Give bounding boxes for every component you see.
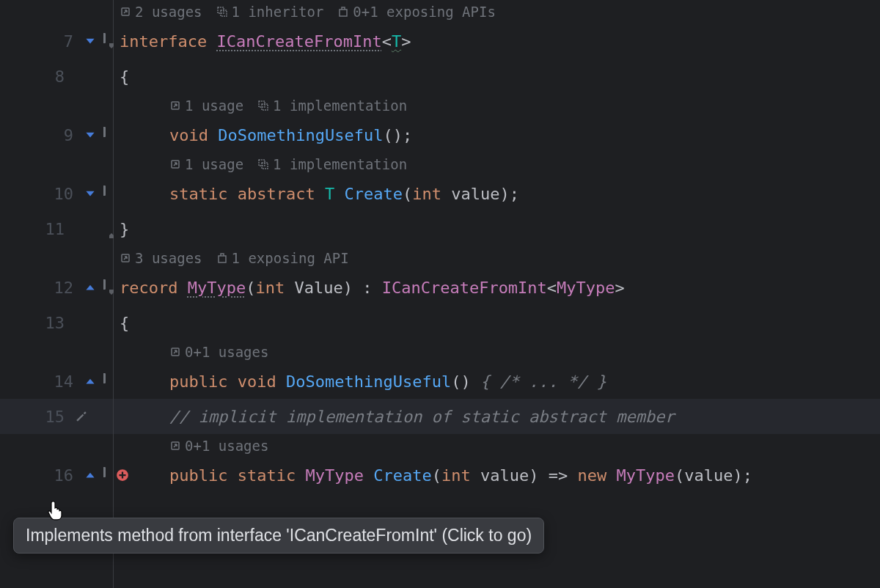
fold-icon[interactable] — [107, 224, 116, 233]
code-line[interactable]: static abstract T Create(int value); — [114, 176, 880, 211]
code-line[interactable]: public static MyType Create(int value) =… — [114, 457, 880, 493]
line-number: 7 — [43, 32, 73, 51]
line-number: 8 — [34, 67, 65, 86]
code-area[interactable]: 2 usages 1 inheritor 0+1 exposing APIs i… — [114, 0, 880, 588]
code-line[interactable]: { — [114, 305, 880, 340]
code-line[interactable]: interface ICanCreateFromInt<T> — [114, 23, 880, 59]
navigation-tooltip[interactable]: Implements method from interface 'ICanCr… — [13, 518, 544, 554]
code-line[interactable]: void DoSomethingUseful(); — [114, 117, 880, 152]
code-editor[interactable]: 7 8 9 10 11 12 13 — [0, 0, 880, 588]
line-number: 13 — [34, 314, 65, 332]
implements-icon[interactable] — [84, 281, 97, 294]
marker-icon — [101, 467, 106, 477]
line-number: 9 — [43, 126, 73, 144]
inheritors-icon[interactable] — [84, 128, 97, 142]
inheritors-icon[interactable] — [84, 34, 97, 48]
code-line[interactable]: } — [114, 211, 880, 246]
line-number: 16 — [43, 466, 73, 485]
line-number: 10 — [43, 185, 73, 203]
code-line[interactable]: { — [114, 59, 880, 94]
code-line[interactable]: public void DoSomethingUseful() { /* ...… — [114, 364, 880, 399]
code-lens[interactable]: 0+1 usages — [169, 344, 268, 360]
code-lens[interactable]: 0+1 usages — [169, 438, 268, 454]
marker-icon — [101, 373, 106, 383]
code-lens[interactable]: 2 usages 1 inheritor 0+1 exposing APIs — [120, 4, 496, 20]
implements-icon[interactable] — [84, 375, 97, 388]
marker-icon — [101, 279, 106, 290]
inheritors-icon[interactable] — [84, 187, 97, 200]
line-number: 15 — [34, 408, 65, 426]
line-number: 11 — [34, 220, 65, 238]
line-number: 12 — [43, 279, 73, 297]
code-line[interactable]: // implicit implementation of static abs… — [114, 399, 880, 434]
code-lens[interactable]: 1 usage 1 implementation — [169, 156, 407, 172]
fold-icon[interactable] — [107, 37, 116, 45]
marker-icon — [101, 127, 106, 137]
code-lens[interactable]: 1 usage 1 implementation — [169, 98, 407, 114]
marker-icon — [101, 185, 106, 196]
implements-icon[interactable] — [84, 468, 97, 482]
code-line[interactable]: record MyType(int Value) : ICanCreateFro… — [114, 270, 880, 305]
hammer-icon[interactable] — [75, 410, 88, 423]
line-number: 14 — [43, 372, 73, 391]
cursor-pointer-icon — [47, 500, 66, 526]
code-lens[interactable]: 3 usages 1 exposing API — [120, 250, 349, 266]
marker-icon — [101, 33, 106, 43]
fold-icon[interactable] — [107, 283, 116, 292]
